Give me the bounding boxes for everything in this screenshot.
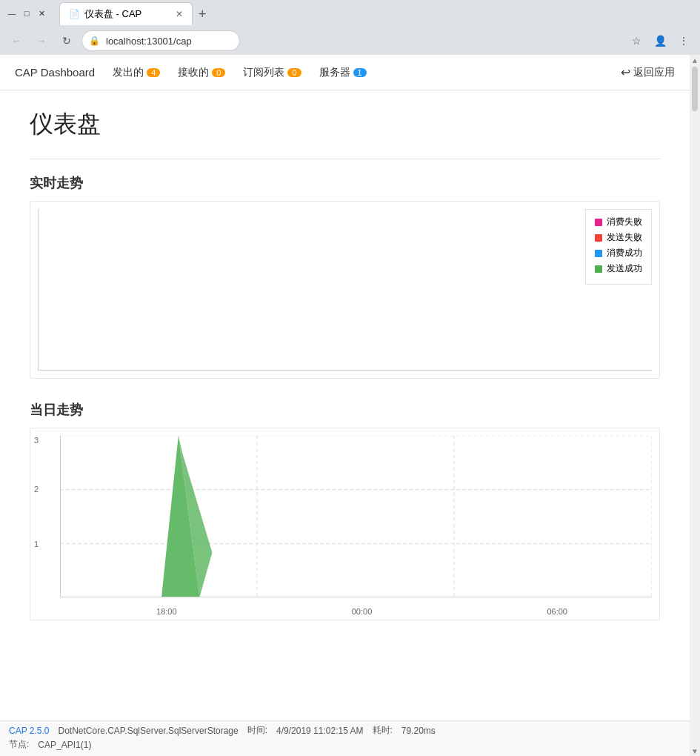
minimize-button[interactable]: — [6,7,18,19]
title-divider [30,159,660,159]
close-button[interactable]: ✕ [36,7,47,19]
y-label-1: 1 [34,540,39,548]
nav-link-servers[interactable]: 服务器 1 [319,66,367,79]
return-arrow-icon: ↩ [621,65,630,79]
realtime-chart-axes [38,209,652,371]
scrollbar-track[interactable] [690,113,700,746]
x-label-0600: 06:00 [547,607,567,616]
nav-return[interactable]: ↩ 返回应用 [621,65,675,79]
realtime-section-title: 实时走势 [30,174,660,192]
nav-return-label: 返回应用 [633,66,675,79]
browser-window: — □ ✕ 📄 仪表盘 - CAP ✕ + ← → ↻ 🔒 ☆ 👤 ⋮ [0,0,700,756]
legend-item-consume-success: 消费成功 [595,247,642,259]
main-content: 仪表盘 实时走势 消费失败 发送失败 [0,90,690,720]
status-storage: DotNetCore.CAP.SqlServer.SqlServerStorag… [58,726,238,736]
legend-dot-send-fail [595,234,602,242]
status-duration-label: 耗时: [373,724,393,737]
status-time-value: 4/9/2019 11:02:15 AM [276,726,363,736]
nav-subscriptions-label: 订阅列表 [243,66,284,79]
menu-button[interactable]: ⋮ [673,30,694,51]
status-duration-value: 79.20ms [401,726,436,736]
legend-label-send-fail: 发送失败 [607,231,642,244]
nav-received-badge: 0 [212,68,225,77]
address-bar-icons: ☆ 👤 ⋮ [626,30,694,51]
legend-dot-consume-success [595,250,602,257]
nav-link-received[interactable]: 接收的 0 [178,66,225,79]
page-content: CAP Dashboard 发出的 4 接收的 0 订阅列表 0 服务器 1 [0,55,690,756]
status-node-label: 节点: [9,738,29,751]
legend-item-send-success: 发送成功 [595,262,642,275]
profile-button[interactable]: 👤 [650,30,670,51]
nav-subscriptions-badge: 0 [287,68,301,77]
address-input[interactable] [81,30,240,51]
nav-received-label: 接收的 [178,66,209,79]
legend-item-send-fail: 发送失败 [595,231,642,244]
page-with-scroll: CAP Dashboard 发出的 4 接收的 0 订阅列表 0 服务器 1 [0,55,700,756]
scrollbar-thumb[interactable] [692,67,698,111]
scrollbar-down-button[interactable]: ▼ [690,746,700,756]
nav-published-badge: 4 [147,68,160,77]
new-tab-button[interactable]: + [193,4,213,25]
lock-icon: 🔒 [89,36,100,46]
nav-brand[interactable]: CAP Dashboard [15,66,95,79]
legend-label-consume-success: 消费成功 [607,247,642,259]
status-node-value: CAP_API1(1) [38,740,91,750]
y-axis-line [60,436,61,597]
status-time-label: 时间: [247,724,267,737]
tab-close-button[interactable]: ✕ [176,9,183,19]
nav-servers-badge: 1 [353,68,367,77]
x-label-0000: 00:00 [352,607,373,616]
realtime-chart-legend: 消费失败 发送失败 消费成功 发送成功 [585,209,652,285]
realtime-chart: 消费失败 发送失败 消费成功 发送成功 [30,201,660,379]
status-version[interactable]: CAP 2.5.0 [9,726,49,736]
status-bar-line-1: CAP 2.5.0 DotNetCore.CAP.SqlServer.SqlSe… [9,724,436,737]
window-controls: — □ ✕ [6,7,47,19]
daily-chart-svg [60,436,652,597]
address-wrapper: 🔒 [81,30,621,51]
scrollbar[interactable]: ▲ ▼ [690,55,700,756]
maximize-button[interactable]: □ [21,7,33,19]
daily-chart: 3 2 1 18:00 00:00 06:00 [30,428,660,620]
tab-title: 仪表盘 - CAP [84,7,141,21]
scrollbar-up-button[interactable]: ▲ [690,55,700,65]
legend-label-send-success: 发送成功 [607,262,642,275]
nav-link-subscriptions[interactable]: 订阅列表 0 [243,66,301,79]
x-axis-line [60,597,652,597]
forward-button[interactable]: → [31,30,52,51]
status-bar-line-2: 节点: CAP_API1(1) [9,738,91,751]
back-button[interactable]: ← [6,30,27,51]
active-tab[interactable]: 📄 仪表盘 - CAP ✕ [59,2,193,25]
nav-published-label: 发出的 [113,66,144,79]
title-bar: — □ ✕ 📄 仪表盘 - CAP ✕ + [0,0,700,27]
page-title: 仪表盘 [30,108,660,141]
legend-item-consume-fail: 消费失败 [595,216,642,228]
nav-servers-label: 服务器 [319,66,350,79]
status-bar: CAP 2.5.0 DotNetCore.CAP.SqlServer.SqlSe… [0,720,690,756]
x-label-1800: 18:00 [156,607,177,616]
nav-link-published[interactable]: 发出的 4 [113,66,160,79]
legend-dot-consume-fail [595,219,602,226]
tab-page-icon: 📄 [69,9,80,19]
bookmark-button[interactable]: ☆ [626,30,647,51]
y-label-3: 3 [34,436,39,445]
nav-bar: CAP Dashboard 发出的 4 接收的 0 订阅列表 0 服务器 1 [0,55,690,90]
y-label-2: 2 [34,485,39,494]
legend-dot-send-success [595,265,602,273]
daily-section-title: 当日走势 [30,401,660,419]
legend-label-consume-fail: 消费失败 [607,216,642,228]
address-bar: ← → ↻ 🔒 ☆ 👤 ⋮ [0,27,700,55]
refresh-button[interactable]: ↻ [56,30,77,51]
